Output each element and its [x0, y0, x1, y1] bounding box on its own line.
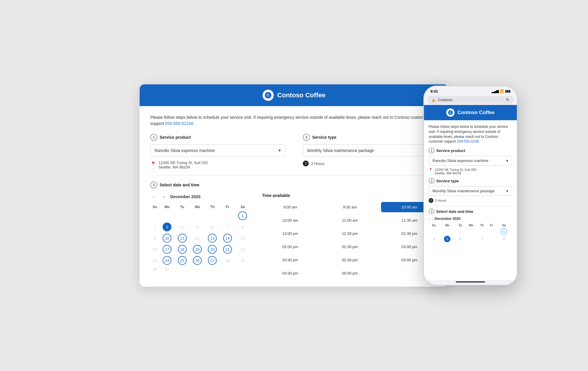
clock-icon: ⏱ [303, 161, 309, 166]
intro-suffix: . [193, 121, 194, 126]
mobile-wrapper: 9:41 ▂▄▆ 📶 ▮▮▮ 🔒 Contoso. ↻ [423, 86, 517, 285]
mobile-intro-phone[interactable]: 239-555-0108 [457, 139, 479, 143]
table-row[interactable]: 1 [496, 228, 512, 235]
time-slot-0200pm[interactable]: 02:00 pm [262, 242, 319, 252]
time-slot-900am[interactable]: 9:00 am [262, 202, 319, 212]
time-slot-0330pm[interactable]: 03:30 pm [262, 255, 319, 265]
table-row[interactable]: 18 [175, 244, 190, 255]
step1-chevron-icon: ▾ [278, 148, 281, 153]
table-row[interactable] [205, 210, 220, 221]
time-slot-0430pm[interactable]: 04:30 pm [262, 268, 319, 278]
battery-icon: ▮▮▮ [505, 89, 510, 93]
table-row[interactable]: 5 [190, 221, 205, 233]
table-row: 7 [477, 235, 487, 243]
calendar-time-row: ‹ › December 2020 Su Mo Tu We [150, 193, 438, 278]
table-row[interactable]: 6 [205, 221, 220, 233]
table-row[interactable]: 15 [235, 233, 250, 244]
table-row[interactable]: 27 [205, 255, 220, 266]
table-row[interactable]: 14 [220, 233, 235, 244]
table-row[interactable]: 11 [175, 233, 190, 244]
time-slot-0230pm[interactable]: 02:30 pm [322, 242, 378, 252]
mobile-url-bar[interactable]: 🔒 Contoso. ↻ [427, 96, 513, 104]
time-slot-1230pm[interactable]: 12:30 pm [322, 228, 378, 239]
step1-col: 1 Service product Rancilio Silvia espres… [150, 134, 285, 169]
mobile-content: C Contoso Coffee Please follow steps bel… [424, 105, 517, 280]
m-cal-tu: Tu [455, 223, 465, 228]
time-slot-1100am[interactable]: 11:00 am [322, 215, 378, 225]
step1-dropdown-value: Rancilio Silvia espresso machine [155, 148, 215, 153]
table-row[interactable] [160, 210, 175, 221]
table-row[interactable]: 2 [429, 235, 439, 243]
m-cal-th: Th [477, 223, 487, 228]
mobile-divider [429, 206, 512, 206]
mobile-step1-dropdown[interactable]: Rancilio Silvia espresso machine ▾ [429, 156, 512, 166]
table-row[interactable]: 17 [160, 244, 175, 255]
mobile-step1-number: 1 [429, 148, 435, 153]
time-slot-930am[interactable]: 9:30 am [322, 202, 378, 212]
table-row[interactable]: 24 [160, 255, 175, 266]
table-row[interactable]: 7 [220, 221, 235, 233]
table-row[interactable] [220, 210, 235, 221]
step2-dropdown[interactable]: Monthly Silvia maintenance package ▾ [303, 144, 438, 156]
time-slot-0500pm[interactable]: 05:00 pm [322, 268, 378, 278]
reload-icon[interactable]: ↻ [506, 98, 509, 102]
cal-header-mo: Mo [160, 204, 175, 210]
table-row[interactable]: 28 [220, 255, 235, 266]
cal-prev-button[interactable]: ‹ [150, 193, 157, 200]
table-row[interactable]: 4 [175, 221, 190, 233]
table-row[interactable]: 23 [150, 255, 160, 266]
step1-label: 1 Service product [150, 134, 285, 141]
table-row[interactable]: 2 [150, 221, 160, 233]
table-row[interactable] [175, 210, 190, 221]
mobile-step2-number: 2 [429, 178, 435, 184]
duration-block: ⏱ 2 Hours [303, 161, 438, 166]
time-section: Time available 9:00 am 9:30 am 10:00 am … [262, 193, 438, 278]
table-row[interactable]: 12 [190, 233, 205, 244]
mobile-addr-line1: 12345 NE Turing St, Suit 202 [435, 168, 476, 171]
table-row[interactable]: 31 [160, 266, 175, 273]
mobile-step3-label: 3 Select date and time [429, 208, 512, 214]
table-row[interactable] [190, 210, 205, 221]
mobile-step3-title: Select date and time [436, 209, 473, 214]
table-row [175, 266, 190, 273]
table-row[interactable] [150, 210, 160, 221]
time-slot-1200pm[interactable]: 12:00 pm [262, 228, 319, 239]
mobile-intro: Please follow steps below to schedule yo… [429, 124, 512, 144]
mobile-addr-line2: Seattle, WA 98109 [435, 171, 476, 175]
mobile-pin-icon: 📍 [429, 168, 433, 172]
step2-col: 2 Service type Monthly Silvia maintenanc… [303, 134, 438, 169]
time-grid: 9:00 am 9:30 am 10:00 am 10:00 am 11:00 … [262, 202, 438, 278]
mobile-address: 📍 12345 NE Turing St, Suit 202 Seattle, … [429, 168, 512, 175]
table-row[interactable]: 30 [150, 266, 160, 273]
table-row[interactable]: 16 [150, 244, 160, 255]
time-slot-0230pm-b[interactable]: 02:30 pm [322, 255, 378, 265]
table-row[interactable]: 21 [220, 244, 235, 255]
table-row[interactable]: 22 [235, 244, 250, 255]
cal-header-th: Th [205, 204, 220, 210]
table-row[interactable]: 19 [190, 244, 205, 255]
table-row[interactable]: 25 [175, 255, 190, 266]
step1-dropdown[interactable]: Rancilio Silvia espresso machine ▾ [150, 144, 285, 156]
mobile-step1-title: Service product [436, 148, 465, 153]
mobile-cal-prev-btn[interactable]: ‹ [429, 217, 430, 221]
table-row[interactable]: 10 [160, 233, 175, 244]
table-row[interactable]: 13 [205, 233, 220, 244]
m-cal-mo: Mo [439, 223, 455, 228]
time-slot-1000am-b[interactable]: 10:00 am [262, 215, 319, 225]
table-row[interactable]: 26 [190, 255, 205, 266]
table-row[interactable]: 8 [235, 221, 250, 233]
cal-next-button[interactable]: › [160, 193, 167, 200]
calendar-section: ‹ › December 2020 Su Mo Tu We [150, 193, 250, 278]
intro-phone-link[interactable]: 555-555-01234 [165, 121, 193, 126]
table-row[interactable]: 20 [205, 244, 220, 255]
mobile-cal-next-btn[interactable]: › [432, 217, 433, 221]
table-row[interactable]: 29 [235, 255, 250, 266]
table-row[interactable]: 3 [160, 221, 175, 233]
mobile-cal-nav: ‹ › December 2020 [429, 217, 512, 221]
mobile-step2-dropdown[interactable]: Monthly Silvia maintenance package ▾ [429, 186, 512, 196]
table-row[interactable]: 3 [439, 235, 455, 243]
table-row [220, 266, 235, 273]
table-row[interactable]: 1 [235, 210, 250, 221]
mobile-home-indicator [456, 281, 485, 283]
table-row[interactable]: 9 [150, 233, 160, 244]
